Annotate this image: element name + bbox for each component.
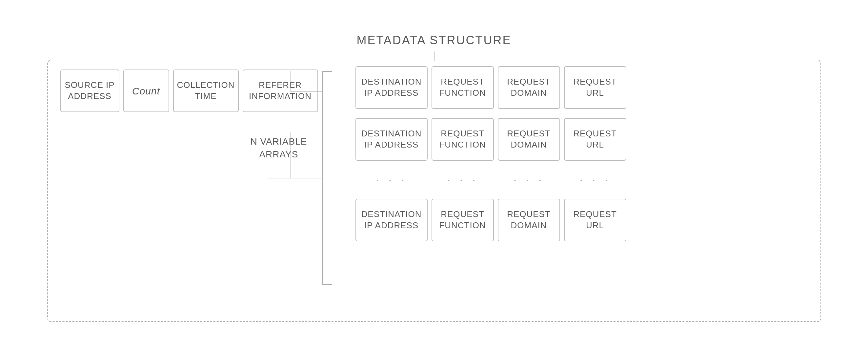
dots-dest-ip: · · · [355, 173, 428, 187]
field-req-url-2: REQUEST URL [564, 118, 626, 161]
field-collection-time: COLLECTION TIME [173, 69, 239, 112]
arrays-section: DESTINATION IP ADDRESS REQUEST FUNCTION … [355, 66, 626, 241]
dots-req-domain: · · · [498, 173, 560, 187]
bracket-bottom-line [322, 284, 332, 285]
diagram-container: METADATA STRUCTURE SOURCE IP ADDRESS Cou… [41, 33, 828, 329]
title-connector-line [434, 52, 434, 61]
dots-row: · · · · · · · · · · · · [355, 170, 626, 189]
field-dest-ip-3: DESTINATION IP ADDRESS [355, 199, 428, 241]
field-count: Count [123, 69, 169, 112]
field-req-url-3: REQUEST URL [564, 199, 626, 241]
n-variable-label: N VARIABLE ARRAYS [251, 135, 307, 161]
field-req-domain-3: REQUEST DOMAIN [498, 199, 560, 241]
fixed-connector-top [290, 71, 291, 91]
field-req-function-3: REQUEST FUNCTION [432, 199, 494, 241]
field-referer-info: REFERER INFORMATION [243, 69, 318, 112]
array-row-3: DESTINATION IP ADDRESS REQUEST FUNCTION … [355, 199, 626, 241]
field-req-url-1: REQUEST URL [564, 66, 626, 109]
field-source-ip: SOURCE IP ADDRESS [60, 69, 119, 112]
bracket-mid-line [267, 178, 323, 178]
field-dest-ip-2: DESTINATION IP ADDRESS [355, 118, 428, 161]
field-req-domain-1: REQUEST DOMAIN [498, 66, 560, 109]
bracket-top-line [322, 71, 332, 72]
field-req-function-2: REQUEST FUNCTION [432, 118, 494, 161]
array-row-2: DESTINATION IP ADDRESS REQUEST FUNCTION … [355, 118, 626, 161]
fixed-fields-row: SOURCE IP ADDRESS Count COLLECTION TIME … [60, 69, 318, 112]
fixed-connector-bottom [290, 132, 291, 178]
array-row-1: DESTINATION IP ADDRESS REQUEST FUNCTION … [355, 66, 626, 109]
diagram-title: METADATA STRUCTURE [41, 33, 828, 47]
field-req-domain-2: REQUEST DOMAIN [498, 118, 560, 161]
dots-req-url: · · · [564, 173, 626, 187]
fixed-connector-horiz [290, 91, 323, 92]
field-dest-ip-1: DESTINATION IP ADDRESS [355, 66, 428, 109]
field-req-function-1: REQUEST FUNCTION [432, 66, 494, 109]
dots-req-function: · · · [432, 173, 494, 187]
